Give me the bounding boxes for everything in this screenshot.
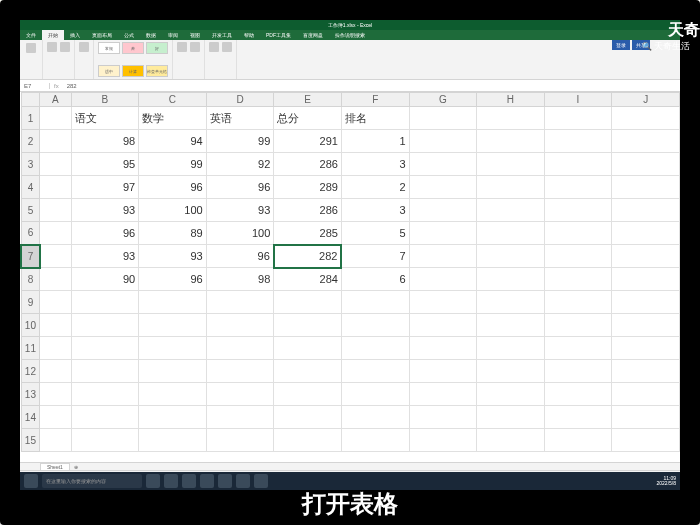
cell[interactable] bbox=[544, 337, 612, 360]
cell[interactable] bbox=[71, 360, 139, 383]
cell[interactable]: 99 bbox=[206, 130, 274, 153]
style-check[interactable]: 检查单元格 bbox=[146, 65, 168, 77]
cell[interactable] bbox=[409, 176, 477, 199]
cell[interactable] bbox=[274, 406, 342, 429]
taskbar-clock[interactable]: 11:092022/5/8 bbox=[657, 476, 676, 487]
cell-selected[interactable]: 282 bbox=[274, 245, 342, 268]
cell[interactable]: 96 bbox=[71, 222, 139, 245]
taskbar-app-icon[interactable] bbox=[200, 474, 214, 488]
row-header[interactable]: 9 bbox=[21, 291, 40, 314]
cell[interactable]: 99 bbox=[139, 153, 207, 176]
cell[interactable]: 98 bbox=[206, 268, 274, 291]
taskbar-search[interactable]: 在这里输入你要搜索的内容 bbox=[42, 474, 142, 488]
row-header[interactable]: 8 bbox=[21, 268, 40, 291]
cell[interactable] bbox=[409, 383, 477, 406]
taskbar-app-icon[interactable] bbox=[236, 474, 250, 488]
row-header[interactable]: 3 bbox=[21, 153, 40, 176]
tab-file[interactable]: 文件 bbox=[20, 30, 42, 40]
col-b[interactable]: B bbox=[71, 93, 139, 107]
cell[interactable]: 291 bbox=[274, 130, 342, 153]
cell[interactable]: 96 bbox=[139, 176, 207, 199]
tab-layout[interactable]: 页面布局 bbox=[86, 30, 118, 40]
cell[interactable]: 94 bbox=[139, 130, 207, 153]
cell[interactable] bbox=[409, 268, 477, 291]
cell[interactable]: 95 bbox=[71, 153, 139, 176]
col-j[interactable]: J bbox=[612, 93, 680, 107]
cell[interactable] bbox=[40, 107, 71, 130]
cell[interactable] bbox=[206, 291, 274, 314]
cell[interactable] bbox=[544, 406, 612, 429]
new-sheet-button[interactable]: ⊕ bbox=[70, 464, 82, 470]
cell[interactable]: 96 bbox=[206, 176, 274, 199]
cell[interactable] bbox=[206, 406, 274, 429]
cell[interactable] bbox=[139, 337, 207, 360]
sheet-tab-1[interactable]: Sheet1 bbox=[40, 463, 70, 470]
cell[interactable] bbox=[71, 314, 139, 337]
tab-help[interactable]: 帮助 bbox=[238, 30, 260, 40]
cell[interactable] bbox=[477, 429, 545, 452]
fx-icon[interactable]: fx bbox=[50, 83, 63, 89]
cell[interactable] bbox=[274, 337, 342, 360]
cell[interactable] bbox=[206, 337, 274, 360]
style-calc[interactable]: 计算 bbox=[122, 65, 144, 77]
row-header[interactable]: 11 bbox=[21, 337, 40, 360]
col-c[interactable]: C bbox=[139, 93, 207, 107]
tab-insert[interactable]: 插入 bbox=[64, 30, 86, 40]
cell[interactable]: 93 bbox=[206, 199, 274, 222]
cell[interactable] bbox=[544, 222, 612, 245]
cell[interactable]: 数学 bbox=[139, 107, 207, 130]
cell[interactable] bbox=[477, 360, 545, 383]
login-button[interactable]: 登录 bbox=[612, 40, 630, 50]
cell[interactable] bbox=[477, 176, 545, 199]
cell[interactable] bbox=[612, 314, 680, 337]
cell[interactable] bbox=[206, 360, 274, 383]
row-header[interactable]: 14 bbox=[21, 406, 40, 429]
cell[interactable] bbox=[341, 360, 409, 383]
cell[interactable] bbox=[477, 245, 545, 268]
cell[interactable] bbox=[544, 383, 612, 406]
cell[interactable]: 3 bbox=[341, 199, 409, 222]
cell[interactable]: 93 bbox=[71, 245, 139, 268]
cell[interactable] bbox=[477, 406, 545, 429]
cell[interactable] bbox=[409, 245, 477, 268]
cell[interactable]: 97 bbox=[71, 176, 139, 199]
cell[interactable] bbox=[477, 337, 545, 360]
col-e[interactable]: E bbox=[274, 93, 342, 107]
cell[interactable] bbox=[544, 176, 612, 199]
cell[interactable]: 98 bbox=[71, 130, 139, 153]
cell[interactable] bbox=[477, 153, 545, 176]
cell[interactable]: 语文 bbox=[71, 107, 139, 130]
cell[interactable] bbox=[409, 222, 477, 245]
tab-data[interactable]: 数据 bbox=[140, 30, 162, 40]
cell[interactable] bbox=[477, 199, 545, 222]
cell[interactable] bbox=[40, 222, 71, 245]
cell[interactable]: 286 bbox=[274, 153, 342, 176]
tell-me[interactable]: 操作说明搜索 bbox=[329, 30, 371, 40]
tab-review[interactable]: 审阅 bbox=[162, 30, 184, 40]
cell[interactable] bbox=[139, 291, 207, 314]
tab-view[interactable]: 视图 bbox=[184, 30, 206, 40]
cell[interactable]: 90 bbox=[71, 268, 139, 291]
cell[interactable] bbox=[341, 314, 409, 337]
cell[interactable] bbox=[71, 406, 139, 429]
cell[interactable] bbox=[612, 291, 680, 314]
cell[interactable] bbox=[341, 291, 409, 314]
cell[interactable] bbox=[477, 291, 545, 314]
taskbar-app-icon[interactable] bbox=[218, 474, 232, 488]
row-header[interactable]: 15 bbox=[21, 429, 40, 452]
cell[interactable]: 93 bbox=[139, 245, 207, 268]
cell[interactable] bbox=[477, 130, 545, 153]
sum-icon[interactable] bbox=[209, 42, 219, 52]
cell[interactable] bbox=[544, 268, 612, 291]
cell[interactable] bbox=[612, 107, 680, 130]
cell[interactable] bbox=[206, 383, 274, 406]
cell[interactable] bbox=[544, 291, 612, 314]
cell[interactable] bbox=[341, 337, 409, 360]
sort-icon[interactable] bbox=[222, 42, 232, 52]
insert-icon[interactable] bbox=[177, 42, 187, 52]
cell[interactable] bbox=[40, 176, 71, 199]
cell[interactable]: 96 bbox=[206, 245, 274, 268]
col-a[interactable]: A bbox=[40, 93, 71, 107]
cell[interactable]: 96 bbox=[139, 268, 207, 291]
cell[interactable] bbox=[477, 268, 545, 291]
